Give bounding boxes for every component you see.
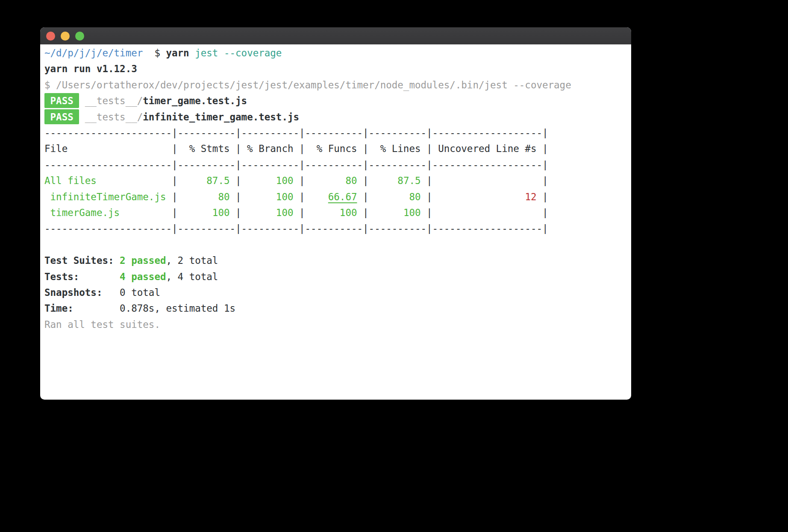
total-count: , 4 total bbox=[166, 271, 218, 282]
table-separator: ----------------------|----------|------… bbox=[44, 221, 631, 237]
branch-value: 100 bbox=[241, 207, 299, 218]
summary-time: Time: 0.878s, estimated 1s bbox=[44, 301, 631, 316]
command-yarn: yarn bbox=[166, 47, 189, 58]
close-button[interactable] bbox=[46, 32, 55, 41]
pass-line-timer-game: PASS __tests__/timer_game.test.js bbox=[44, 93, 631, 109]
uncovered-value bbox=[432, 175, 542, 186]
yarn-version: yarn run v1.12.3 bbox=[44, 63, 137, 74]
summary-label: Test Suites: bbox=[44, 255, 120, 266]
test-file: timer_game.test.js bbox=[143, 95, 247, 106]
lines-value: 100 bbox=[369, 207, 426, 218]
command-args: jest --coverage bbox=[189, 47, 282, 58]
yarn-version-line: yarn run v1.12.3 bbox=[44, 61, 631, 77]
table-row-all-files: All files | 87.5 | 100 | 80 | 87.5 | | bbox=[44, 173, 631, 189]
time-value: 0.878s, estimated 1s bbox=[120, 303, 235, 314]
uncovered-line-number: 12 bbox=[525, 191, 536, 202]
blank-line bbox=[44, 237, 631, 253]
lines-value: 80 bbox=[369, 191, 426, 202]
total-count: , 2 total bbox=[166, 255, 218, 266]
table-row-infinite-timer-game: infiniteTimerGame.js | 80 | 100 | 66.67 … bbox=[44, 189, 631, 205]
stmts-value: 80 bbox=[178, 191, 235, 202]
funcs-value: 100 bbox=[305, 207, 363, 218]
stmts-value: 100 bbox=[178, 207, 235, 218]
table-separator: ----------------------|----------|------… bbox=[44, 157, 631, 173]
ran-all-suites-line: Ran all test suites. bbox=[44, 317, 631, 333]
summary-label: Tests: bbox=[44, 271, 120, 282]
minimize-button[interactable] bbox=[61, 32, 70, 41]
zoom-button[interactable] bbox=[75, 32, 84, 41]
passed-count: 4 passed bbox=[120, 271, 166, 282]
branch-value: 100 bbox=[241, 175, 299, 186]
summary-label: Time: bbox=[44, 303, 120, 314]
total-count: 0 total bbox=[120, 287, 160, 298]
summary-test-suites: Test Suites: 2 passed, 2 total bbox=[44, 253, 631, 269]
stmts-value: 87.5 bbox=[178, 175, 235, 186]
table-row-timer-game: timerGame.js | 100 | 100 | 100 | 100 | | bbox=[44, 205, 631, 221]
funcs-value-underlined: 66.67 bbox=[328, 191, 357, 202]
summary-tests: Tests: 4 passed, 4 total bbox=[44, 269, 631, 285]
funcs-value: 80 bbox=[305, 175, 363, 186]
resolved-command: $ /Users/ortatherox/dev/projects/jest/je… bbox=[44, 79, 571, 91]
table-separator: ----------------------|----------|------… bbox=[44, 125, 631, 141]
uncovered-value bbox=[432, 207, 542, 218]
pass-badge: PASS bbox=[44, 93, 79, 108]
terminal-window: ~/d/p/j/j/e/timer $ yarn jest --coverage… bbox=[40, 27, 631, 400]
prompt-path: ~/d/p/j/j/e/timer bbox=[44, 47, 143, 58]
test-dir: __tests__/ bbox=[85, 111, 143, 123]
lines-value: 87.5 bbox=[369, 175, 426, 186]
table-header: File | % Stmts | % Branch | % Funcs | % … bbox=[44, 141, 631, 157]
file-name: infiniteTimerGame.js bbox=[44, 191, 172, 202]
test-file: infinite_timer_game.test.js bbox=[143, 111, 299, 123]
summary-snapshots: Snapshots: 0 total bbox=[44, 285, 631, 301]
prompt-line: ~/d/p/j/j/e/timer $ yarn jest --coverage bbox=[44, 45, 631, 61]
passed-count: 2 passed bbox=[120, 255, 166, 266]
file-name: timerGame.js bbox=[44, 207, 172, 218]
command-path-line: $ /Users/ortatherox/dev/projects/jest/je… bbox=[44, 77, 631, 93]
file-name: All files bbox=[44, 175, 172, 186]
summary-label: Snapshots: bbox=[44, 287, 120, 298]
pass-badge: PASS bbox=[44, 109, 79, 124]
branch-value: 100 bbox=[241, 191, 299, 202]
footer-text: Ran all test suites. bbox=[44, 319, 160, 330]
terminal-content[interactable]: ~/d/p/j/j/e/timer $ yarn jest --coverage… bbox=[40, 44, 631, 333]
test-dir: __tests__/ bbox=[85, 95, 143, 106]
prompt-dollar: $ bbox=[143, 47, 166, 58]
pass-line-infinite-timer-game: PASS __tests__/infinite_timer_game.test.… bbox=[44, 109, 631, 125]
window-titlebar bbox=[40, 27, 631, 44]
